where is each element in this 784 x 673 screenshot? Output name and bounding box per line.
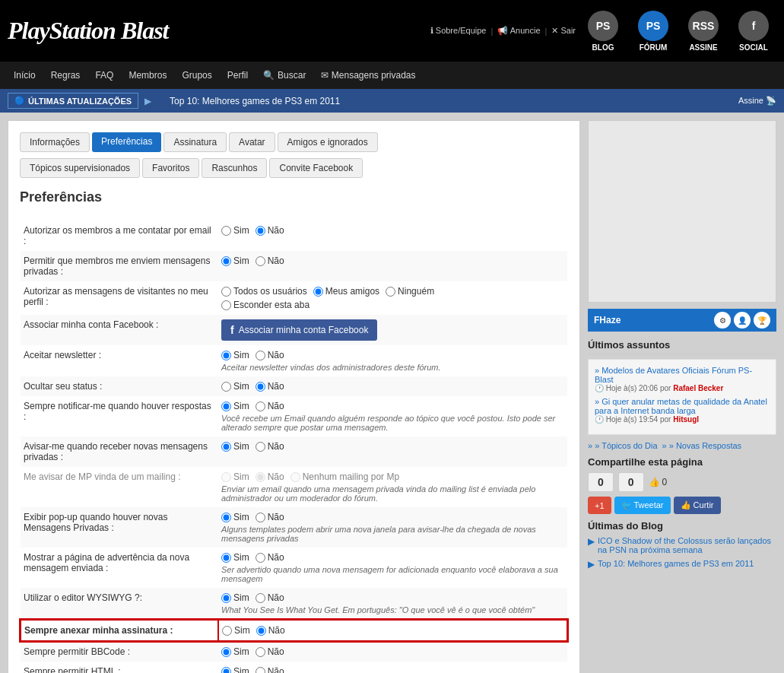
pref-row-wysiwyg: Utilizar o editor WYSIWYG ?: Sim Não Wha…	[21, 588, 567, 620]
radio-wysiwyg-nao[interactable]: Não	[256, 592, 284, 603]
radio-visit-ninguem[interactable]: Ninguém	[386, 286, 434, 297]
radio-visit-amigos[interactable]: Meus amigos	[313, 286, 379, 297]
radio-status-sim[interactable]: Sim	[221, 381, 249, 392]
breaking-news-text: Top 10: Melhores games de PS3 em 2011	[170, 96, 340, 106]
blog-section: Últimas do Blog ▶ ICO e Shadow of the Co…	[588, 520, 776, 570]
blog-link-0[interactable]: ICO e Shadow of the Colossus serão lança…	[598, 536, 776, 554]
radio-visit-todos[interactable]: Todos os usuários	[221, 286, 307, 297]
share-gplus-button[interactable]: +1	[588, 497, 611, 514]
facebook-icon: f	[230, 324, 234, 336]
tab-informacoes[interactable]: Informações	[20, 132, 90, 152]
main-layout: Informações Preferências Assinatura Avat…	[0, 113, 784, 673]
sidebar-icon-trophy[interactable]: 🏆	[754, 312, 770, 329]
forum-nav-icon[interactable]: PS Fórum	[630, 6, 676, 56]
radio-mp-nao[interactable]: Não	[256, 256, 284, 266]
nav-inicio[interactable]: Início	[6, 62, 43, 89]
blog-link-1[interactable]: Top 10: Melhores games de PS3 em 2011	[598, 559, 754, 568]
tab-favoritos[interactable]: Favoritos	[142, 158, 199, 178]
forum-link-0[interactable]: » Modelos de Avatares Oficiais Fórum PS-…	[595, 366, 752, 384]
topicos-do-dia-link[interactable]: » Tópicos do Dia	[588, 441, 658, 450]
radio-email-nao[interactable]: Não	[256, 225, 284, 236]
nav-grupos[interactable]: Grupos	[174, 62, 219, 89]
radio-html-nao[interactable]: Não	[256, 666, 284, 673]
radio-advert-sim[interactable]: Sim	[221, 552, 249, 563]
blog-nav-icon[interactable]: PS Blog	[580, 6, 626, 56]
sidebar-user-bar: FHaze ⚙ 👤 🏆	[588, 309, 776, 332]
pref-row-mp-alert: Avisar-me quando receber novas mensagens…	[21, 436, 567, 467]
sobre-link[interactable]: ℹ Sobre/Equipe	[430, 26, 487, 36]
radio-mp-alert-sim[interactable]: Sim	[221, 441, 249, 452]
radio-advert-nao[interactable]: Não	[256, 552, 284, 563]
share-count-1: 0	[618, 472, 644, 492]
pref-row-notify: Sempre notificar-me quando houver respos…	[21, 396, 567, 436]
pref-value-wysiwyg: Sim Não What You See Is What You Get. Em…	[218, 588, 567, 620]
sidebar-icon-profile[interactable]: 👤	[734, 312, 751, 329]
radio-notify-sim[interactable]: Sim	[221, 401, 249, 411]
radio-html-sim[interactable]: Sim	[221, 666, 249, 673]
sair-link[interactable]: ✕ Sair	[551, 26, 576, 36]
nav-regras[interactable]: Regras	[43, 62, 88, 89]
pref-label-visit: Autorizar as mensagens de visitantes no …	[21, 281, 218, 315]
pref-label-newsletter: Aceitar newsletter :	[21, 345, 218, 376]
radio-newsletter-sim[interactable]: Sim	[221, 350, 249, 360]
preferences-table: Autorizar os membros a me contatar por e…	[20, 221, 568, 673]
pref-row-visit: Autorizar as mensagens de visitantes no …	[21, 281, 567, 315]
radio-status-nao[interactable]: Não	[256, 381, 284, 392]
tab-topicos[interactable]: Tópicos supervisionados	[20, 158, 140, 178]
sidebar-forum-posts: » Modelos de Avatares Oficiais Fórum PS-…	[588, 359, 776, 435]
novas-respostas-link[interactable]: » Novas Respostas	[662, 441, 742, 450]
tab-preferencias[interactable]: Preferências	[92, 132, 161, 152]
share-tweet-button[interactable]: 🐦 Tweetar	[614, 497, 671, 514]
radio-mailing-nenhum[interactable]: Nenhum mailing por Mp	[290, 471, 399, 482]
radio-mailing-sim[interactable]: Sim	[221, 471, 249, 482]
share-title: Compartilhe esta página	[588, 456, 776, 468]
pref-label-notify: Sempre notificar-me quando houver respos…	[21, 396, 218, 436]
share-curtir-button[interactable]: 👍 Curtir	[674, 497, 721, 514]
tab-avatar[interactable]: Avatar	[229, 132, 275, 152]
radio-visit-esconder[interactable]: Esconder esta aba	[221, 300, 309, 310]
pref-row-popup: Exibir pop-up quando houver novas Mensag…	[21, 507, 567, 548]
share-counts: 0 0 👍 0	[588, 472, 776, 492]
pref-label-advert: Mostrar a página de advertência da nova …	[21, 548, 218, 588]
nav-faq[interactable]: FAQ	[87, 62, 121, 89]
radio-bbcode-nao[interactable]: Não	[256, 646, 284, 657]
facebook-associate-button[interactable]: f Associar minha conta Facebook	[221, 319, 377, 341]
assine-nav-icon[interactable]: RSS Assine	[681, 6, 726, 56]
pref-label-email: Autorizar os membros a me contatar por e…	[21, 221, 218, 251]
nav-buscar[interactable]: 🔍 Buscar	[256, 62, 313, 89]
radio-mailing-nao[interactable]: Não	[256, 471, 284, 482]
tab-assinatura[interactable]: Assinatura	[163, 132, 227, 152]
radio-email-sim[interactable]: Sim	[221, 225, 249, 236]
nav-mensagens[interactable]: ✉ Mensagens privadas	[313, 62, 423, 89]
radio-popup-sim[interactable]: Sim	[221, 512, 249, 522]
radio-popup-nao[interactable]: Não	[256, 512, 284, 522]
radio-bbcode-sim[interactable]: Sim	[221, 646, 249, 657]
tab-rascunhos[interactable]: Rascunhos	[202, 158, 267, 178]
radio-mp-alert-nao[interactable]: Não	[256, 441, 284, 452]
radio-assinatura-sim[interactable]: Sim	[222, 625, 250, 636]
content-area: Informações Preferências Assinatura Avat…	[8, 120, 580, 673]
pref-row-assinatura: Sempre anexar minha assinatura : Sim Não	[21, 620, 567, 641]
social-nav-icon[interactable]: f Social	[731, 6, 776, 56]
assine-rss[interactable]: Assine 📡	[738, 96, 776, 106]
pref-row-email: Autorizar os membros a me contatar por e…	[21, 221, 567, 251]
sidebar-icon-settings[interactable]: ⚙	[714, 312, 731, 329]
share-count-0: 0	[588, 472, 614, 492]
forum-item-0: » Modelos de Avatares Oficiais Fórum PS-…	[595, 366, 770, 392]
pref-label-status: Ocultar seu status :	[21, 376, 218, 396]
anuncie-link[interactable]: 📢 Anuncie	[497, 26, 540, 36]
radio-wysiwyg-sim[interactable]: Sim	[221, 592, 249, 603]
tab-amigos-ignorados[interactable]: Amigos e ignorados	[278, 132, 378, 152]
radio-assinatura-nao[interactable]: Não	[256, 625, 285, 636]
pref-label-bbcode: Sempre permitir BBCode :	[21, 641, 218, 662]
forum-link-1[interactable]: » Gi quer anular metas de qualidade da A…	[595, 397, 767, 415]
tab-convite[interactable]: Convite Facebook	[269, 158, 363, 178]
radio-notify-nao[interactable]: Não	[256, 401, 284, 411]
radio-newsletter-nao[interactable]: Não	[256, 350, 284, 360]
nav-perfil[interactable]: Perfil	[220, 62, 256, 89]
nav-membros[interactable]: Membros	[121, 62, 174, 89]
page-title: Preferências	[20, 189, 568, 209]
pref-value-bbcode: Sim Não	[218, 641, 567, 662]
forum-item-1: » Gi quer anular metas de qualidade da A…	[595, 397, 770, 424]
radio-mp-sim[interactable]: Sim	[221, 256, 249, 266]
